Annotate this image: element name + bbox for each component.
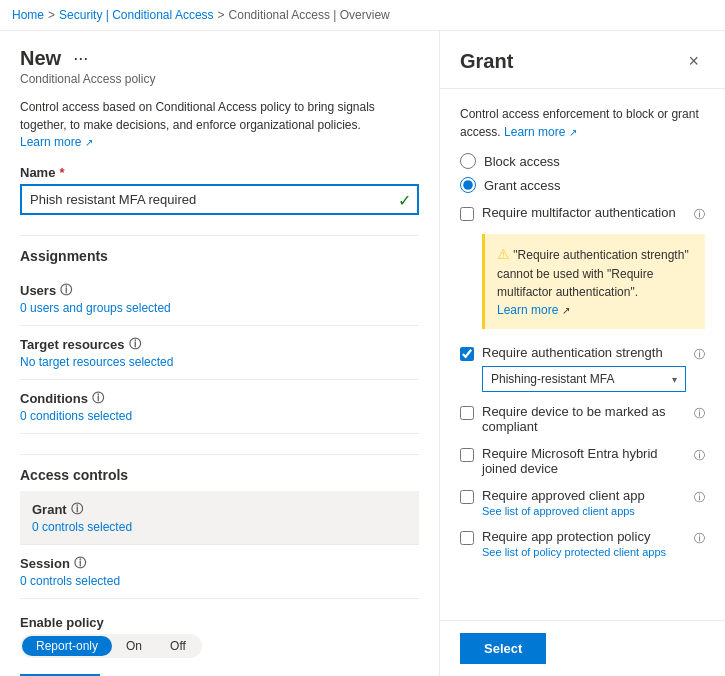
target-resources-assignment[interactable]: Target resources ⓘ No target resources s…: [20, 326, 419, 380]
mfa-checkbox-item[interactable]: Require multifactor authentication ⓘ: [460, 205, 705, 222]
breadcrumb-sep-1: >: [48, 8, 55, 22]
description-learn-more[interactable]: Learn more ↗: [20, 135, 93, 149]
session-label: Session ⓘ: [20, 555, 419, 572]
compliant-label: Require device to be marked as compliant: [482, 404, 666, 434]
warning-external-icon: ↗: [562, 305, 570, 316]
conditions-value[interactable]: 0 conditions selected: [20, 409, 419, 423]
policy-toggle-group[interactable]: Report-only On Off: [20, 634, 202, 658]
session-control[interactable]: Session ⓘ 0 controls selected: [20, 545, 419, 599]
compliant-checkbox-item[interactable]: Require device to be marked as compliant…: [460, 404, 705, 434]
toggle-off[interactable]: Off: [156, 636, 200, 656]
compliant-checkbox[interactable]: [460, 406, 474, 420]
approved-app-label-group: Require approved client app See list of …: [482, 488, 686, 517]
mfa-checkbox[interactable]: [460, 207, 474, 221]
app-protection-info-icon[interactable]: ⓘ: [694, 531, 705, 546]
approved-app-checkbox[interactable]: [460, 490, 474, 504]
users-value[interactable]: 0 users and groups selected: [20, 301, 419, 315]
users-info-icon[interactable]: ⓘ: [60, 282, 72, 299]
enable-policy-label: Enable policy: [20, 615, 419, 630]
page-subtitle: Conditional Access policy: [20, 72, 419, 86]
panel-footer: Select: [440, 620, 725, 676]
hybrid-checkbox-item[interactable]: Require Microsoft Entra hybrid joined de…: [460, 446, 705, 476]
block-access-radio[interactable]: [460, 153, 476, 169]
auth-strength-info-icon[interactable]: ⓘ: [694, 347, 705, 362]
panel-header: Grant ×: [440, 31, 725, 89]
mfa-label: Require multifactor authentication: [482, 205, 676, 220]
warning-icon: ⚠: [497, 246, 510, 262]
auth-strength-checkbox-item[interactable]: Require authentication strength Phishing…: [460, 345, 705, 392]
breadcrumb-sep-2: >: [218, 8, 225, 22]
compliant-info-icon[interactable]: ⓘ: [694, 406, 705, 421]
access-radio-group: Block access Grant access: [460, 153, 705, 193]
grant-control[interactable]: Grant ⓘ 0 controls selected: [20, 491, 419, 545]
conditions-label: Conditions ⓘ: [20, 390, 419, 407]
grant-access-label: Grant access: [484, 178, 561, 193]
users-assignment[interactable]: Users ⓘ 0 users and groups selected: [20, 272, 419, 326]
auth-strength-dropdown-value: Phishing-resistant MFA: [491, 372, 614, 386]
approved-app-checkbox-item[interactable]: Require approved client app See list of …: [460, 488, 705, 517]
breadcrumb-security[interactable]: Security | Conditional Access: [59, 8, 214, 22]
app-protection-label: Require app protection policy: [482, 529, 650, 544]
required-indicator: *: [59, 165, 64, 180]
conditions-assignment[interactable]: Conditions ⓘ 0 conditions selected: [20, 380, 419, 434]
access-controls-title: Access controls: [20, 454, 419, 483]
app-protection-checkbox-item[interactable]: Require app protection policy See list o…: [460, 529, 705, 558]
warning-box: ⚠ "Require authentication strength" cann…: [482, 234, 705, 329]
breadcrumb-home[interactable]: Home: [12, 8, 44, 22]
app-protection-label-group: Require app protection policy See list o…: [482, 529, 686, 558]
more-options-button[interactable]: ···: [69, 48, 92, 69]
hybrid-label: Require Microsoft Entra hybrid joined de…: [482, 446, 658, 476]
target-info-icon[interactable]: ⓘ: [129, 336, 141, 353]
breadcrumb-overview: Conditional Access | Overview: [229, 8, 390, 22]
panel-body: Control access enforcement to block or g…: [440, 89, 725, 620]
name-label: Name *: [20, 165, 419, 180]
mfa-info-icon[interactable]: ⓘ: [694, 207, 705, 222]
left-panel: New ··· Conditional Access policy Contro…: [0, 31, 440, 676]
page-title: New: [20, 47, 61, 70]
auth-strength-checkbox[interactable]: [460, 347, 474, 361]
auth-strength-label-group: Require authentication strength Phishing…: [482, 345, 686, 392]
select-button[interactable]: Select: [460, 633, 546, 664]
grant-access-radio[interactable]: [460, 177, 476, 193]
conditions-info-icon[interactable]: ⓘ: [92, 390, 104, 407]
name-input[interactable]: [20, 184, 419, 215]
users-label: Users ⓘ: [20, 282, 419, 299]
assignments-title: Assignments: [20, 235, 419, 264]
panel-description: Control access enforcement to block or g…: [460, 105, 705, 141]
name-input-wrapper: ✓: [20, 184, 419, 215]
mfa-label-group: Require multifactor authentication: [482, 205, 686, 220]
toggle-report-only[interactable]: Report-only: [22, 636, 112, 656]
external-link-icon: ↗: [85, 137, 93, 148]
approved-app-label: Require approved client app: [482, 488, 645, 503]
grant-access-option[interactable]: Grant access: [460, 177, 705, 193]
dropdown-arrow-icon: ▾: [672, 374, 677, 385]
name-field-group: Name * ✓: [20, 165, 419, 215]
session-info-icon[interactable]: ⓘ: [74, 555, 86, 572]
page-description: Control access based on Conditional Acce…: [20, 98, 419, 134]
app-protection-checkbox[interactable]: [460, 531, 474, 545]
block-access-option[interactable]: Block access: [460, 153, 705, 169]
grant-info-icon[interactable]: ⓘ: [71, 501, 83, 518]
target-value[interactable]: No target resources selected: [20, 355, 419, 369]
grant-value[interactable]: 0 controls selected: [32, 520, 407, 534]
session-value[interactable]: 0 controls selected: [20, 574, 419, 588]
enable-policy-section: Enable policy Report-only On Off: [20, 615, 419, 658]
hybrid-checkbox[interactable]: [460, 448, 474, 462]
app-protection-link[interactable]: See list of policy protected client apps: [482, 546, 686, 558]
breadcrumb: Home > Security | Conditional Access > C…: [0, 0, 725, 31]
right-panel: Grant × Control access enforcement to bl…: [440, 31, 725, 676]
hybrid-info-icon[interactable]: ⓘ: [694, 448, 705, 463]
grant-learn-more[interactable]: Learn more ↗: [504, 125, 577, 139]
target-label: Target resources ⓘ: [20, 336, 419, 353]
panel-title: Grant: [460, 50, 513, 73]
close-button[interactable]: ×: [682, 47, 705, 76]
approved-app-info-icon[interactable]: ⓘ: [694, 490, 705, 505]
auth-strength-dropdown[interactable]: Phishing-resistant MFA ▾: [482, 366, 686, 392]
input-valid-icon: ✓: [398, 190, 411, 209]
block-access-label: Block access: [484, 154, 560, 169]
hybrid-label-group: Require Microsoft Entra hybrid joined de…: [482, 446, 686, 476]
auth-strength-label: Require authentication strength: [482, 345, 663, 360]
approved-app-link[interactable]: See list of approved client apps: [482, 505, 686, 517]
warning-learn-more[interactable]: Learn more: [497, 303, 558, 317]
toggle-on[interactable]: On: [112, 636, 156, 656]
